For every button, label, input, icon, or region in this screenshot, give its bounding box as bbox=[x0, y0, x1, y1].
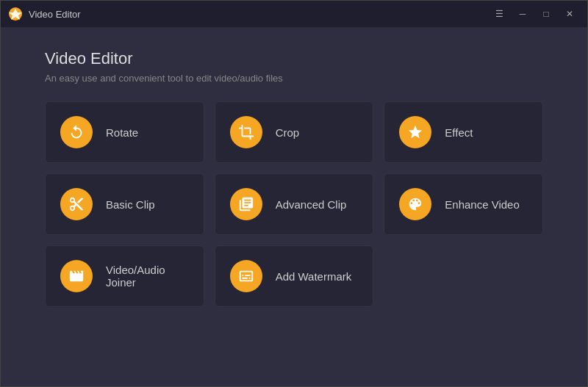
rotate-card[interactable]: Rotate bbox=[45, 101, 204, 163]
film-icon bbox=[60, 260, 93, 292]
main-content: Video Editor An easy use and convenient … bbox=[1, 27, 587, 386]
basic-clip-label: Basic Clip bbox=[106, 198, 155, 211]
video-audio-joiner-card[interactable]: Video/Audio Joiner bbox=[45, 245, 204, 307]
add-watermark-card[interactable]: Add Watermark bbox=[215, 245, 374, 307]
enhance-video-card[interactable]: Enhance Video bbox=[384, 173, 543, 235]
advanced-clip-icon bbox=[230, 188, 262, 220]
titlebar: Video Editor ☰ ─ □ ✕ bbox=[1, 1, 587, 27]
page-subtitle: An easy use and convenient tool to edit … bbox=[45, 73, 543, 84]
effect-card[interactable]: Effect bbox=[384, 101, 543, 163]
page-title: Video Editor bbox=[45, 49, 543, 68]
palette-icon bbox=[399, 188, 431, 220]
window-title: Video Editor bbox=[29, 9, 489, 20]
feature-grid: Rotate Crop Effect bbox=[45, 101, 543, 307]
scissors-icon bbox=[60, 188, 93, 220]
enhance-video-label: Enhance Video bbox=[445, 198, 519, 211]
crop-icon bbox=[230, 116, 262, 148]
advanced-clip-label: Advanced Clip bbox=[276, 198, 347, 211]
advanced-clip-card[interactable]: Advanced Clip bbox=[215, 173, 374, 235]
add-watermark-label: Add Watermark bbox=[276, 270, 352, 283]
app-logo bbox=[8, 7, 23, 21]
watermark-icon bbox=[230, 260, 262, 292]
rotate-icon bbox=[60, 116, 93, 148]
menu-button[interactable]: ☰ bbox=[489, 7, 509, 21]
window-controls: ☰ ─ □ ✕ bbox=[489, 7, 580, 21]
effect-label: Effect bbox=[445, 126, 473, 139]
maximize-button[interactable]: □ bbox=[536, 7, 556, 21]
app-window: Video Editor ☰ ─ □ ✕ Video Editor An eas… bbox=[0, 0, 588, 387]
crop-label: Crop bbox=[276, 126, 300, 139]
rotate-label: Rotate bbox=[106, 126, 138, 139]
minimize-button[interactable]: ─ bbox=[512, 7, 533, 21]
crop-card[interactable]: Crop bbox=[215, 101, 374, 163]
effect-icon bbox=[399, 116, 431, 148]
basic-clip-card[interactable]: Basic Clip bbox=[45, 173, 204, 235]
page-header: Video Editor An easy use and convenient … bbox=[45, 49, 543, 84]
video-audio-joiner-label: Video/Audio Joiner bbox=[106, 264, 165, 289]
close-button[interactable]: ✕ bbox=[559, 7, 580, 21]
